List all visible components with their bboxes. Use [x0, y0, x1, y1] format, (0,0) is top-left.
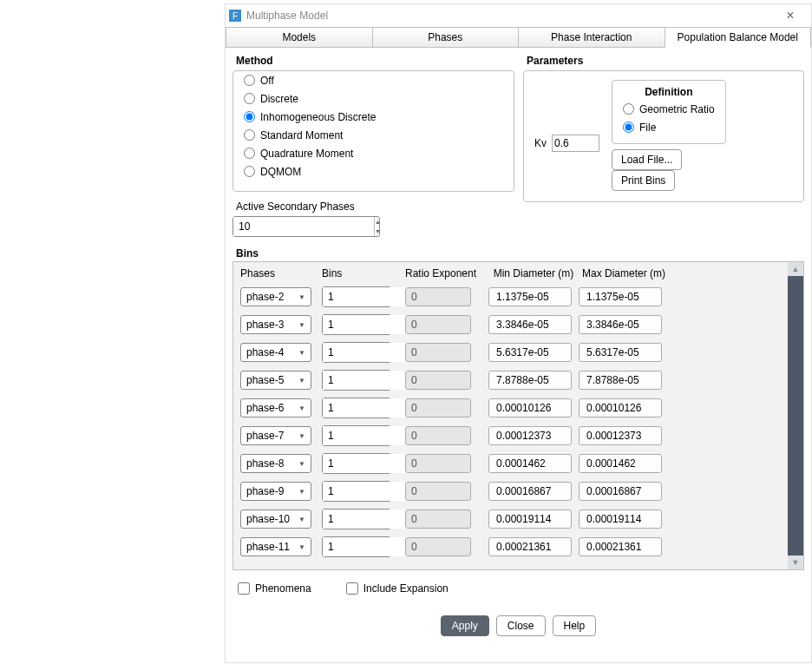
max-diameter-field[interactable]: 0.00010126	[579, 398, 662, 417]
phase-select[interactable]: phase-5▼	[240, 371, 311, 390]
method-radio[interactable]	[244, 75, 255, 86]
tab-phase-interaction[interactable]: Phase Interaction	[518, 27, 665, 48]
definition-geometric-radio[interactable]	[623, 103, 634, 115]
footer-buttons: Apply Close Help	[226, 605, 811, 647]
tab-label: Population Balance Model	[678, 31, 798, 43]
method-radio[interactable]	[244, 129, 255, 141]
max-diameter-field[interactable]: 0.00012373	[579, 426, 662, 445]
max-diameter-field[interactable]: 0.00016867	[579, 482, 662, 501]
help-button[interactable]: Help	[553, 615, 597, 636]
max-diameter-field[interactable]: 7.8788e-05	[579, 371, 662, 390]
print-bins-button[interactable]: Print Bins	[612, 170, 675, 191]
min-diameter-field[interactable]: 0.00012373	[488, 426, 572, 445]
bins-spinner[interactable]: ▲▼	[322, 286, 391, 307]
chevron-down-icon[interactable]: ▼	[375, 227, 381, 236]
expansion-check[interactable]: Include Expansion	[346, 582, 449, 595]
min-diameter-field[interactable]: 5.6317e-05	[488, 343, 572, 362]
content: Method OffDiscreteInhomogeneous Discrete…	[226, 48, 811, 605]
phase-value: phase-9	[246, 485, 284, 497]
min-diameter-field[interactable]: 0.00010126	[488, 398, 572, 417]
phase-select[interactable]: phase-11▼	[240, 537, 311, 556]
min-diameter-field[interactable]: 0.00016867	[488, 482, 572, 501]
min-diameter-field[interactable]: 0.00019114	[488, 510, 572, 529]
app-icon: F	[229, 10, 241, 22]
ratio-exponent-field: 0	[405, 315, 471, 334]
method-radio[interactable]	[244, 148, 255, 159]
ratio-exponent-field: 0	[405, 537, 471, 556]
bins-spinner[interactable]: ▲▼	[322, 398, 391, 418]
min-diameter-field[interactable]: 0.0001462	[488, 454, 572, 473]
bins-spinner[interactable]: ▲▼	[322, 509, 391, 529]
apply-button[interactable]: Apply	[441, 615, 489, 636]
active-secondary-input[interactable]	[233, 217, 374, 236]
max-diameter-field[interactable]: 0.00021361	[579, 537, 662, 556]
expansion-checkbox[interactable]	[346, 582, 358, 595]
table-row: phase-2▼▲▼01.1375e-051.1375e-05	[240, 283, 800, 311]
ratio-exponent-field: 0	[405, 343, 471, 362]
ratio-exponent-field: 0	[405, 287, 471, 306]
min-diameter-field[interactable]: 1.1375e-05	[488, 287, 572, 306]
tab-models[interactable]: Models	[226, 27, 372, 48]
scroll-down-icon[interactable]: ▼	[788, 556, 803, 569]
max-diameter-field[interactable]: 0.00019114	[579, 510, 662, 529]
kv-label: Kv	[534, 137, 547, 149]
min-diameter-field[interactable]: 0.00021361	[488, 537, 572, 556]
phase-select[interactable]: phase-3▼	[240, 315, 311, 334]
tab-phases[interactable]: Phases	[372, 27, 519, 48]
phase-value: phase-6	[246, 402, 284, 414]
method-option-label: Standard Moment	[260, 129, 343, 141]
tab-population-balance-model[interactable]: Population Balance Model	[665, 27, 812, 48]
chevron-down-icon: ▼	[298, 349, 305, 357]
scroll-up-icon[interactable]: ▲	[788, 262, 803, 276]
bins-spinner[interactable]: ▲▼	[322, 425, 391, 446]
phase-select[interactable]: phase-10▼	[240, 510, 311, 529]
bins-spinner[interactable]: ▲▼	[322, 370, 391, 391]
phase-select[interactable]: phase-7▼	[240, 426, 311, 445]
max-diameter-field[interactable]: 1.1375e-05	[579, 287, 662, 306]
definition-file-radio[interactable]	[623, 122, 634, 133]
phase-select[interactable]: phase-9▼	[240, 482, 311, 501]
chevron-down-icon: ▼	[298, 460, 305, 468]
bins-spinner[interactable]: ▲▼	[322, 453, 391, 474]
button-label: Help	[564, 620, 586, 632]
scroll-thumb[interactable]	[788, 276, 803, 556]
phase-value: phase-5	[246, 374, 284, 386]
phenomena-check[interactable]: Phenomena	[238, 582, 311, 595]
bins-spinner[interactable]: ▲▼	[322, 314, 391, 335]
min-diameter-field[interactable]: 7.8788e-05	[488, 371, 572, 390]
bins-spinner[interactable]: ▲▼	[322, 342, 391, 363]
ratio-exponent-field: 0	[405, 398, 471, 417]
active-secondary-spinner[interactable]: ▲▼	[232, 216, 380, 237]
phase-select[interactable]: phase-6▼	[240, 398, 311, 417]
chevron-up-icon[interactable]: ▲	[375, 217, 381, 227]
title-bar: F Multiphase Model ×	[226, 4, 811, 27]
max-diameter-field[interactable]: 5.6317e-05	[579, 343, 662, 362]
close-icon[interactable]: ×	[773, 9, 808, 23]
phase-value: phase-8	[246, 457, 284, 470]
ratio-exponent-field: 0	[405, 454, 471, 473]
min-diameter-field[interactable]: 3.3846e-05	[488, 315, 572, 334]
chevron-down-icon: ▼	[298, 404, 305, 412]
header-phases: Phases	[240, 267, 322, 279]
method-radio[interactable]	[244, 111, 255, 122]
max-diameter-field[interactable]: 0.0001462	[579, 454, 662, 473]
table-row: phase-8▼▲▼00.00014620.0001462	[240, 450, 800, 477]
spinner-controls[interactable]: ▲▼	[374, 217, 381, 236]
kv-input[interactable]	[552, 135, 599, 152]
phase-select[interactable]: phase-4▼	[240, 343, 311, 362]
phase-select[interactable]: phase-2▼	[240, 287, 311, 306]
parameters-group: Kv Definition Geometric Ratio File Load …	[523, 70, 804, 202]
phase-value: phase-3	[246, 319, 284, 331]
chevron-down-icon: ▼	[298, 377, 305, 385]
phenomena-checkbox[interactable]	[238, 582, 250, 595]
table-row: phase-10▼▲▼00.000191140.00019114	[240, 505, 800, 533]
bins-spinner[interactable]: ▲▼	[322, 481, 391, 502]
vertical-scrollbar[interactable]: ▲ ▼	[788, 262, 803, 569]
phase-select[interactable]: phase-8▼	[240, 454, 311, 473]
bins-spinner[interactable]: ▲▼	[322, 536, 391, 557]
close-button[interactable]: Close	[496, 615, 546, 636]
method-radio[interactable]	[244, 93, 255, 104]
method-radio[interactable]	[244, 166, 255, 177]
load-file-button[interactable]: Load File...	[612, 149, 682, 170]
max-diameter-field[interactable]: 3.3846e-05	[579, 315, 662, 334]
